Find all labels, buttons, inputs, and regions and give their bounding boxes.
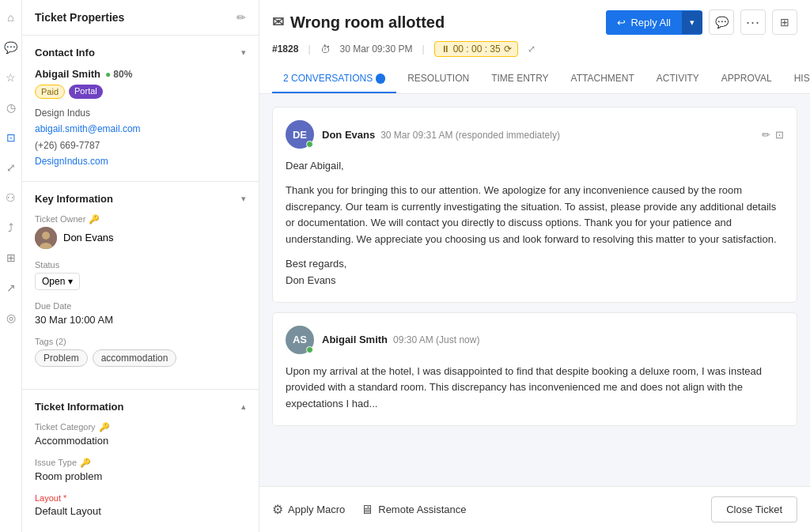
ticket-header: ✉ Wrong room allotted ↩ Reply All ▾ 💬 ··… <box>259 0 810 94</box>
nav-group-icon[interactable]: ⊞ <box>3 250 19 266</box>
conv-1-avatar: DE <box>286 120 314 149</box>
reply-all-dropdown[interactable]: ▾ <box>682 11 702 34</box>
settings-button[interactable]: ⊞ <box>772 9 797 35</box>
category-value: Accommodation <box>35 435 246 447</box>
ticket-information-section: Ticket Information ▴ Ticket Category 🔑 A… <box>22 390 259 532</box>
panel-header: Ticket Properties ✏ <box>22 0 259 36</box>
left-panel: Ticket Properties ✏ Contact Info ▾ Abiga… <box>22 0 259 532</box>
conv-1-edit-icon[interactable]: ✏ <box>762 129 770 141</box>
macro-icon: ⚙ <box>272 502 283 517</box>
remote-assistance-button[interactable]: 🖥 Remote Assistance <box>361 503 466 517</box>
status-field: Status Open ▾ <box>35 260 246 290</box>
expand-icon[interactable]: ⤢ <box>528 43 536 55</box>
contact-name: Abigail Smith ● 80% <box>35 68 246 80</box>
pause-icon[interactable]: ⏸ <box>441 43 450 55</box>
conv-2-online-dot <box>306 346 313 353</box>
timer-badge: ⏸ 00 : 00 : 35 ⟳ <box>434 41 518 57</box>
nav-sidebar: ⌂ 💬 ☆ ◷ ⊡ ⤢ ⚇ ⤴ ⊞ ↗ ◎ <box>0 0 22 532</box>
conv-2-avatar: AS <box>286 326 314 354</box>
issue-key-icon: 🔑 <box>80 458 91 468</box>
category-key-icon: 🔑 <box>99 422 110 432</box>
issue-type-label: Issue Type 🔑 <box>35 458 246 468</box>
status-chevron: ▾ <box>68 276 73 287</box>
ticket-info-toggle[interactable]: ▴ <box>241 402 246 412</box>
nav-person-icon[interactable]: ⤴ <box>3 220 19 236</box>
nav-chart-icon[interactable]: ↗ <box>3 280 19 296</box>
contact-info-toggle[interactable]: ▾ <box>241 47 246 58</box>
apply-macro-label: Apply Macro <box>288 504 345 515</box>
tab-resolution[interactable]: RESOLUTION <box>396 65 480 93</box>
status-dropdown[interactable]: Open ▾ <box>35 273 80 290</box>
conversations-badge <box>376 74 385 84</box>
status-label: Status <box>35 260 246 270</box>
due-date-label: Due Date <box>35 301 246 311</box>
chat-icon-button[interactable]: 💬 <box>709 9 734 35</box>
conv-1-sender: Don Evans <box>322 129 375 141</box>
tags-field: Tags (2) Problem accommodation <box>35 337 246 367</box>
nav-share-icon[interactable]: ⤢ <box>3 160 19 175</box>
nav-layers-icon[interactable]: ⊡ <box>3 130 19 145</box>
tabs-row: 2 CONVERSATIONS RESOLUTION TIME ENTRY AT… <box>272 65 797 93</box>
contact-meta: Design Indus abigail.smith@email.com (+2… <box>35 105 246 170</box>
reply-all-button[interactable]: ↩ Reply All ▾ <box>606 10 702 35</box>
reply-all-main[interactable]: ↩ Reply All <box>606 10 682 35</box>
conv-1-time: 30 Mar 09:31 AM (responded immediately) <box>378 130 560 141</box>
key-info-header: Key Information ▾ <box>35 193 246 205</box>
owner-key-icon: 🔑 <box>89 214 100 224</box>
tag-problem: Problem <box>35 349 88 367</box>
tab-activity[interactable]: ACTIVITY <box>645 65 710 93</box>
ticket-date: 30 Mar 09:30 PM <box>340 43 413 55</box>
ticket-title-row: ✉ Wrong room allotted ↩ Reply All ▾ 💬 ··… <box>272 9 797 35</box>
nav-chat-icon[interactable]: 💬 <box>3 40 19 55</box>
refresh-icon[interactable]: ⟳ <box>504 43 512 55</box>
tab-conversations[interactable]: 2 CONVERSATIONS <box>272 65 396 93</box>
contact-info-section: Contact Info ▾ Abigail Smith ● 80% Paid … <box>22 36 259 182</box>
nav-star-icon[interactable]: ☆ <box>3 70 19 85</box>
reply-icon: ↩ <box>617 17 626 28</box>
layout-value: Default Layout <box>35 505 246 517</box>
tags-container: Problem accommodation <box>35 349 246 367</box>
category-field: Ticket Category 🔑 Accommodation <box>35 422 246 447</box>
conv-2-text: Upon my arrival at the hotel, I was disa… <box>286 364 784 413</box>
nav-home-icon[interactable]: ⌂ <box>3 9 19 25</box>
conv-1-online-dot <box>306 141 313 148</box>
tab-approval[interactable]: APPROVAL <box>710 65 783 93</box>
header-actions: ↩ Reply All ▾ 💬 ··· ⊞ <box>606 9 797 35</box>
conv-2-time: 09:30 AM (Just now) <box>391 334 480 345</box>
apply-macro-button[interactable]: ⚙ Apply Macro <box>272 502 345 517</box>
conversation-2: AS Abigail Smith 09:30 AM (Just now) Upo… <box>272 312 797 426</box>
tab-attachment[interactable]: ATTACHMENT <box>560 65 645 93</box>
owner-avatar <box>35 227 57 249</box>
conv-2-body: Upon my arrival at the hotel, I was disa… <box>286 364 784 413</box>
conv-1-more-icon[interactable]: ⊡ <box>775 129 784 141</box>
tab-time-entry[interactable]: TIME ENTRY <box>480 65 559 93</box>
bottom-left-actions: ⚙ Apply Macro 🖥 Remote Assistance <box>272 502 467 517</box>
owner-name: Don Evans <box>63 232 114 243</box>
panel-title: Ticket Properties <box>35 11 124 24</box>
due-date-value: 30 Mar 10:00 AM <box>35 314 246 326</box>
key-info-title: Key Information <box>35 193 113 205</box>
nav-clock-icon[interactable]: ◷ <box>3 100 19 115</box>
contact-website: DesignIndus.com <box>35 153 246 169</box>
conv-1-sender-info: Don Evans 30 Mar 09:31 AM (responded imm… <box>322 129 560 141</box>
conv-1-actions: ✏ ⊡ <box>762 129 784 141</box>
nav-users-icon[interactable]: ⚇ <box>3 190 19 206</box>
more-options-button[interactable]: ··· <box>740 9 766 35</box>
ticket-title: ✉ Wrong room allotted <box>272 13 445 32</box>
issue-type-value: Room problem <box>35 470 246 482</box>
close-ticket-button[interactable]: Close Ticket <box>711 496 797 523</box>
layout-label: Layout * <box>35 493 246 503</box>
conv-1-sign: Best regards, Don Evans <box>286 256 784 289</box>
conv-1-text: Thank you for bringing this to our atten… <box>286 183 784 248</box>
nav-eye-icon[interactable]: ◎ <box>3 310 19 326</box>
conversation-1: DE Don Evans 30 Mar 09:31 AM (responded … <box>272 107 797 303</box>
tab-history[interactable]: HISTORY <box>783 65 810 93</box>
conv-1-greeting: Dear Abigail, <box>286 158 784 175</box>
issue-type-field: Issue Type 🔑 Room problem <box>35 458 246 482</box>
due-date-field: Due Date 30 Mar 10:00 AM <box>35 301 246 326</box>
ticket-info-header: Ticket Information ▴ <box>35 401 246 413</box>
key-info-toggle[interactable]: ▾ <box>241 194 246 204</box>
edit-icon[interactable]: ✏ <box>237 11 246 24</box>
portal-badge: Portal <box>69 85 103 99</box>
conversations-area: DE Don Evans 30 Mar 09:31 AM (responded … <box>259 94 810 486</box>
